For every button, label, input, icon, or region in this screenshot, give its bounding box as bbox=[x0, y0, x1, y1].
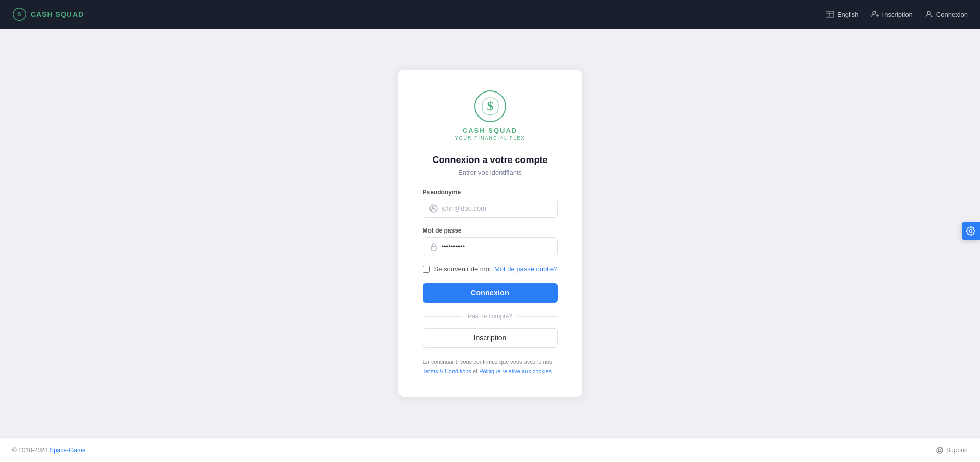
brand[interactable]: $ CASH SQUAD bbox=[12, 7, 84, 21]
footer-copy-link[interactable]: Space-Game bbox=[50, 447, 86, 454]
policy-link[interactable]: Politique relative aux cookies bbox=[479, 368, 552, 374]
logo-icon: $ bbox=[474, 90, 507, 123]
remember-row: Se souvenir de moi Mot de passe oublié? bbox=[423, 265, 558, 273]
user-plus-icon bbox=[871, 10, 879, 18]
divider: Pas de compte? bbox=[423, 313, 558, 320]
card-title: Connexion a votre compte bbox=[423, 155, 558, 166]
card-heading: Connexion a votre compte Entrer vos iden… bbox=[423, 155, 558, 176]
floating-settings-button[interactable] bbox=[962, 222, 980, 240]
card-logo: $ CASH SQUAD YOUR FINANCIAL FLEX bbox=[423, 90, 558, 141]
divider-text: Pas de compte? bbox=[468, 313, 512, 320]
footer: © 2010-2023 Space-Game Support bbox=[0, 437, 980, 462]
nav-connexion[interactable]: Connexion bbox=[925, 10, 968, 18]
svg-point-5 bbox=[873, 11, 876, 14]
terms-middle: et bbox=[471, 368, 479, 374]
svg-line-18 bbox=[941, 448, 942, 449]
password-input-wrapper bbox=[423, 237, 558, 256]
pseudonyme-input[interactable] bbox=[442, 199, 551, 217]
main-content: $ CASH SQUAD YOUR FINANCIAL FLEX Connexi… bbox=[0, 29, 980, 437]
navbar: $ CASH SQUAD English Inscription bbox=[0, 0, 980, 29]
pseudonyme-label: Pseudonyme bbox=[423, 189, 558, 196]
svg-text:$: $ bbox=[17, 11, 21, 18]
nav-inscription-label: Inscription bbox=[882, 11, 913, 18]
password-input[interactable] bbox=[442, 238, 551, 256]
svg-line-17 bbox=[938, 448, 939, 449]
svg-line-20 bbox=[941, 451, 942, 452]
svg-text:$: $ bbox=[487, 99, 493, 113]
password-group: Mot de passe bbox=[423, 227, 558, 256]
terms-text: En continuant, vous confirmez que vous a… bbox=[423, 358, 558, 376]
support-icon bbox=[936, 447, 943, 454]
svg-point-8 bbox=[927, 11, 930, 14]
forgot-password-link[interactable]: Mot de passe oublié? bbox=[494, 265, 558, 273]
svg-line-19 bbox=[938, 451, 939, 452]
brand-icon: $ bbox=[12, 7, 27, 21]
footer-support[interactable]: Support bbox=[936, 447, 968, 454]
pseudonyme-input-wrapper bbox=[423, 199, 558, 218]
user-icon bbox=[925, 10, 933, 18]
footer-copy-text: © 2010-2023 bbox=[12, 447, 50, 454]
footer-copy: © 2010-2023 Space-Game bbox=[12, 447, 86, 454]
navbar-right: English Inscription Connexion bbox=[826, 10, 968, 18]
inscription-button[interactable]: Inscription bbox=[423, 328, 558, 348]
nav-connexion-label: Connexion bbox=[936, 11, 968, 18]
nav-inscription[interactable]: Inscription bbox=[871, 10, 913, 18]
pseudonyme-group: Pseudonyme bbox=[423, 189, 558, 218]
language-switcher[interactable]: English bbox=[826, 10, 859, 18]
svg-rect-13 bbox=[431, 246, 436, 250]
remember-label: Se souvenir de moi bbox=[434, 265, 491, 273]
logo-subtitle: YOUR FINANCIAL FLEX bbox=[423, 135, 558, 141]
terms-prefix: En continuant, vous confirmez que vous a… bbox=[423, 359, 553, 365]
logo-title: CASH SQUAD bbox=[423, 127, 558, 134]
remember-left: Se souvenir de moi bbox=[423, 265, 491, 273]
lock-icon bbox=[429, 243, 438, 251]
terms-link[interactable]: Terms & Conditions bbox=[423, 368, 471, 374]
user-circle-icon bbox=[429, 204, 438, 213]
brand-name: CASH SQUAD bbox=[31, 10, 84, 18]
divider-line-left bbox=[423, 316, 462, 317]
footer-support-label: Support bbox=[946, 447, 968, 454]
connexion-button[interactable]: Connexion bbox=[423, 283, 558, 303]
svg-point-14 bbox=[970, 230, 972, 233]
divider-line-right bbox=[518, 316, 558, 317]
card-subtitle: Entrer vos identifiants bbox=[423, 169, 558, 176]
language-label: English bbox=[837, 11, 859, 18]
flag-icon bbox=[826, 10, 834, 18]
remember-checkbox[interactable] bbox=[423, 266, 430, 273]
login-card: $ CASH SQUAD YOUR FINANCIAL FLEX Connexi… bbox=[398, 70, 582, 396]
password-label: Mot de passe bbox=[423, 227, 558, 234]
settings-icon bbox=[966, 226, 975, 236]
svg-point-16 bbox=[938, 449, 941, 451]
